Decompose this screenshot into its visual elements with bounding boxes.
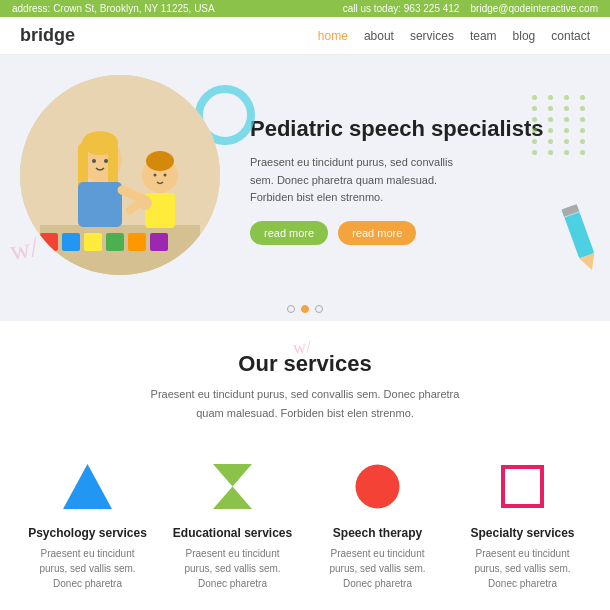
- email-text: bridge@qodeinteractive.com: [471, 3, 598, 14]
- specialty-icon: [493, 456, 553, 516]
- services-title: Our services: [238, 351, 371, 377]
- main-nav: home about services team blog contact: [318, 29, 590, 43]
- speech-service-desc: Praesent eu tincidunt purus, sed vallis …: [316, 546, 439, 591]
- services-section: w/ Our services Praesent eu tincidunt pu…: [0, 321, 610, 610]
- svg-point-22: [164, 174, 167, 177]
- svg-point-21: [154, 174, 157, 177]
- educational-service-desc: Praesent eu tincidunt purus, sed vallis …: [171, 546, 294, 591]
- services-grid: Psychology services Praesent eu tincidun…: [20, 446, 590, 601]
- read-more-button-2[interactable]: read more: [338, 221, 416, 245]
- nav-contact[interactable]: contact: [551, 29, 590, 43]
- svg-point-19: [92, 159, 96, 163]
- phone-text: call us today: 963 225 412: [343, 3, 460, 14]
- contact-info: call us today: 963 225 412 bridge@qodein…: [343, 3, 598, 14]
- hero-content: Pediatric speech specialists Praesent eu…: [250, 105, 580, 244]
- nav-team[interactable]: team: [470, 29, 497, 43]
- hero-buttons: read more read more: [250, 221, 580, 245]
- svg-point-29: [356, 464, 400, 508]
- svg-rect-16: [78, 182, 122, 227]
- svg-rect-6: [128, 233, 146, 251]
- svg-rect-2: [40, 233, 58, 251]
- service-card-speech: Speech therapy Praesent eu tincidunt pur…: [310, 446, 445, 601]
- slide-indicators: [0, 295, 610, 321]
- svg-rect-5: [106, 233, 124, 251]
- nav-blog[interactable]: blog: [513, 29, 536, 43]
- svg-rect-7: [150, 233, 168, 251]
- hero-image: [20, 75, 220, 275]
- service-card-specialty: Specialty services Praesent eu tincidunt…: [455, 446, 590, 601]
- svg-point-9: [146, 151, 174, 171]
- svg-point-20: [104, 159, 108, 163]
- svg-rect-4: [84, 233, 102, 251]
- svg-marker-27: [63, 464, 112, 509]
- speech-icon: [348, 456, 408, 516]
- services-title-wrap: w/ Our services: [238, 351, 371, 385]
- specialty-service-name: Specialty services: [470, 526, 574, 540]
- svg-point-18: [138, 196, 152, 210]
- svg-marker-28: [213, 464, 252, 509]
- psychology-service-desc: Praesent eu tincidunt purus, sed vallis …: [26, 546, 149, 591]
- read-more-button-1[interactable]: read more: [250, 221, 328, 245]
- hero-image-inner: [20, 75, 220, 275]
- service-card-psychology: Psychology services Praesent eu tincidun…: [20, 446, 155, 601]
- speech-service-name: Speech therapy: [333, 526, 422, 540]
- svg-rect-30: [503, 467, 542, 506]
- services-subtitle: Praesent eu tincidunt purus, sed convall…: [20, 385, 590, 422]
- header: bridge home about services team blog con…: [0, 17, 610, 55]
- psychology-icon: [58, 456, 118, 516]
- hero-title: Pediatric speech specialists: [250, 115, 580, 144]
- dots-decoration: [532, 95, 590, 155]
- psychology-service-name: Psychology services: [28, 526, 147, 540]
- slide-dot-2[interactable]: [301, 305, 309, 313]
- hero-section: w/: [0, 55, 610, 295]
- svg-rect-3: [62, 233, 80, 251]
- nav-home[interactable]: home: [318, 29, 348, 43]
- service-card-educational: Educational services Praesent eu tincidu…: [165, 446, 300, 601]
- slide-dot-1[interactable]: [287, 305, 295, 313]
- top-bar: address: Crown St, Brooklyn, NY 11225, U…: [0, 0, 610, 17]
- educational-icon: [203, 456, 263, 516]
- address-text: address: Crown St, Brooklyn, NY 11225, U…: [12, 3, 215, 14]
- hero-svg: [20, 75, 220, 275]
- pencil-decoration: [560, 197, 600, 280]
- logo[interactable]: bridge: [20, 25, 75, 46]
- nav-services[interactable]: services: [410, 29, 454, 43]
- slide-dot-3[interactable]: [315, 305, 323, 313]
- educational-service-name: Educational services: [173, 526, 292, 540]
- nav-about[interactable]: about: [364, 29, 394, 43]
- specialty-service-desc: Praesent eu tincidunt purus, sed vallis …: [461, 546, 584, 591]
- hero-description: Praesent eu tincidunt purus, sed convall…: [250, 154, 470, 207]
